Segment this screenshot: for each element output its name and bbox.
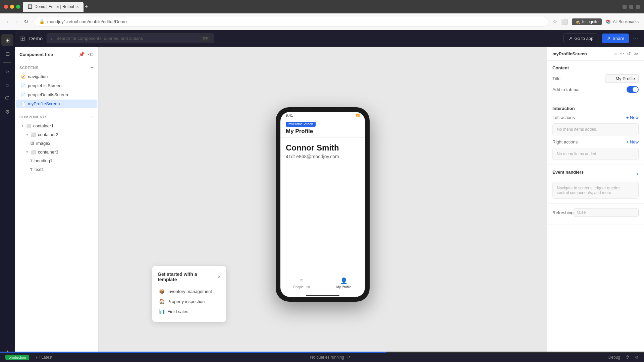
search-placeholder: Search for components, queries, and acti…: [56, 36, 198, 41]
template-field-sales[interactable]: 📊 Field sales: [158, 306, 221, 316]
phone-nav-people-list[interactable]: ≡ People List: [280, 275, 323, 292]
more-options-icon[interactable]: ⋯: [633, 35, 639, 42]
profile-icon: 👤: [340, 277, 347, 285]
url-bar[interactable]: 🔒 moodjoy1.retool.com/mobile/editor/Demo: [34, 17, 548, 26]
panel-title: Component tree: [19, 52, 53, 57]
my-profile-nav-label: My Profile: [336, 285, 351, 289]
phone-mockup: 9:41 📶 myProfileScreen My Profile Connor…: [276, 107, 370, 302]
url-text: moodjoy1.retool.com/mobile/editor/Demo: [47, 19, 127, 24]
history-btn[interactable]: ⏱: [626, 355, 630, 360]
star-icon[interactable]: ☆: [552, 18, 557, 25]
template-inventory[interactable]: 📦 Inventory management: [158, 286, 221, 296]
latest-tag[interactable]: 🏷 Latest: [36, 355, 52, 360]
refresh-props-icon[interactable]: ↺: [627, 51, 631, 56]
search-props-icon[interactable]: ⌕: [614, 51, 617, 56]
event-handlers-description-area: Navigate to screens, trigger queries, co…: [552, 182, 639, 199]
tablet-icon[interactable]: ⬜: [561, 18, 568, 25]
incognito-badge: 🕵 Incognito: [572, 18, 602, 25]
screen-people-list-label: peopleListScreen: [28, 83, 61, 88]
phone-time: 9:41: [286, 113, 293, 117]
property-icon: 🏠: [159, 299, 165, 304]
right-actions-new-btn[interactable]: + New: [626, 139, 639, 144]
tab-title: Demo | Editor | Retool: [35, 4, 74, 9]
inventory-icon: 📦: [159, 289, 165, 294]
template-popup-header: Get started with a template ×: [158, 272, 221, 282]
screen-people-details[interactable]: 📄 peopleDetailsScreen: [16, 90, 97, 99]
expand-props-icon[interactable]: ≫: [634, 51, 639, 56]
forward-btn[interactable]: ›: [14, 17, 18, 26]
component-image2[interactable]: 🖼 image2: [16, 139, 97, 147]
app-logo-icon[interactable]: ⊞: [20, 35, 25, 42]
close-window-btn[interactable]: [4, 5, 8, 9]
screen-people-list[interactable]: 📄 peopleListScreen: [16, 81, 97, 90]
tab-bar: 🔲 Demo | Editor | Retool ✕ +: [23, 2, 620, 12]
app-name[interactable]: Demo: [29, 36, 43, 41]
debug-btn[interactable]: Debug: [608, 355, 620, 360]
new-tab-btn[interactable]: +: [85, 4, 88, 10]
component-container1-label: container1: [33, 123, 54, 128]
back-btn[interactable]: ‹: [5, 17, 10, 26]
go-to-app-btn[interactable]: ↗ Go to app: [564, 34, 598, 43]
component-container2[interactable]: ▼ ⬜ container2: [16, 130, 97, 139]
share-btn[interactable]: ⇗ Share: [602, 34, 629, 43]
refresh-status-icon[interactable]: ↺: [347, 355, 351, 360]
sidebar-document-icon[interactable]: ⊡: [1, 48, 13, 60]
sidebar-search-icon[interactable]: ⌕: [1, 79, 13, 91]
screen-my-profile[interactable]: 📄 myProfileScreen: [16, 100, 97, 108]
right-actions-empty-text: No menu items added.: [557, 152, 597, 156]
screen-my-profile-label: myProfileScreen: [28, 101, 60, 106]
text-icon: T: [30, 159, 33, 163]
production-badge[interactable]: production: [5, 355, 29, 360]
phone-user-email: 41d1e868@moodjoy.com: [286, 154, 360, 159]
maximize-window-btn[interactable]: [16, 5, 20, 9]
collapse-panel-btn[interactable]: ≪: [87, 51, 94, 58]
win-ctrl-min[interactable]: [623, 5, 627, 9]
component-text1[interactable]: T text1: [16, 165, 97, 174]
refreshing-value[interactable]: false: [574, 208, 639, 217]
screens-section-header: SCREENS +: [15, 62, 98, 72]
active-tab[interactable]: 🔲 Demo | Editor | Retool ✕: [23, 2, 84, 12]
win-ctrl-max[interactable]: [629, 5, 633, 9]
template-close-btn[interactable]: ×: [218, 274, 221, 280]
right-actions-row: Right actions + New: [552, 139, 639, 144]
title-value[interactable]: My Profile: [605, 74, 639, 83]
sidebar-code-icon[interactable]: ‹›: [1, 65, 13, 77]
reload-btn[interactable]: ↻: [22, 17, 30, 26]
screen-navigation[interactable]: 🧭 navigation: [16, 72, 97, 81]
settings-bottom-btn[interactable]: ⚙: [635, 355, 639, 360]
add-event-handler-btn[interactable]: +: [636, 172, 639, 177]
right-actions-label: Right actions: [552, 139, 578, 144]
app-search-bar[interactable]: ⌕ Search for components, queries, and ac…: [47, 34, 214, 43]
add-component-btn[interactable]: +: [91, 114, 94, 120]
bookmarks-area[interactable]: 📚 All Bookmarks: [606, 19, 639, 24]
tab-close-btn[interactable]: ✕: [76, 5, 79, 9]
sidebar-settings-icon[interactable]: ⚙: [1, 106, 13, 118]
left-actions-label: Left actions: [552, 115, 575, 120]
content-section: Content Title My Profile Add to tab bar: [547, 61, 644, 101]
minimize-window-btn[interactable]: [10, 5, 14, 9]
phone-screen: 9:41 📶 myProfileScreen My Profile Connor…: [280, 112, 365, 297]
component-container1[interactable]: ▼ ⬜ container1: [16, 122, 97, 130]
phone-nav-my-profile[interactable]: 👤 My Profile: [323, 275, 365, 292]
component-container2-label: container2: [38, 132, 58, 137]
template-property[interactable]: 🏠 Property inspection: [158, 296, 221, 306]
more-props-icon[interactable]: ⋯: [620, 51, 624, 56]
phone-home-indicator: [306, 295, 339, 296]
win-ctrl-close[interactable]: [636, 5, 640, 9]
address-actions: ☆ ⬜ 🕵 Incognito 📚 All Bookmarks: [552, 18, 639, 25]
component-container3[interactable]: ▼ ⬜ container3: [16, 148, 97, 156]
phone-selected-badge[interactable]: myProfileScreen: [286, 122, 316, 127]
sidebar-layers-icon[interactable]: ⊞: [1, 34, 13, 46]
interaction-section: Interaction Left actions + New No menu i…: [547, 101, 644, 165]
bottom-bar: production 🏷 Latest No queries running ↺…: [0, 353, 644, 362]
tab-bar-toggle[interactable]: [627, 86, 639, 93]
window-controls: [4, 5, 20, 9]
component-text1-label: text1: [35, 167, 44, 172]
left-actions-new-btn[interactable]: + New: [626, 115, 639, 120]
content-section-title: Content: [552, 65, 639, 70]
component-heading1[interactable]: T heading1: [16, 157, 97, 165]
incognito-label: Incognito: [582, 19, 599, 24]
add-screen-btn[interactable]: +: [91, 65, 94, 71]
pin-icon[interactable]: 📌: [78, 51, 85, 58]
sidebar-clock-icon[interactable]: ⏱: [1, 92, 13, 104]
